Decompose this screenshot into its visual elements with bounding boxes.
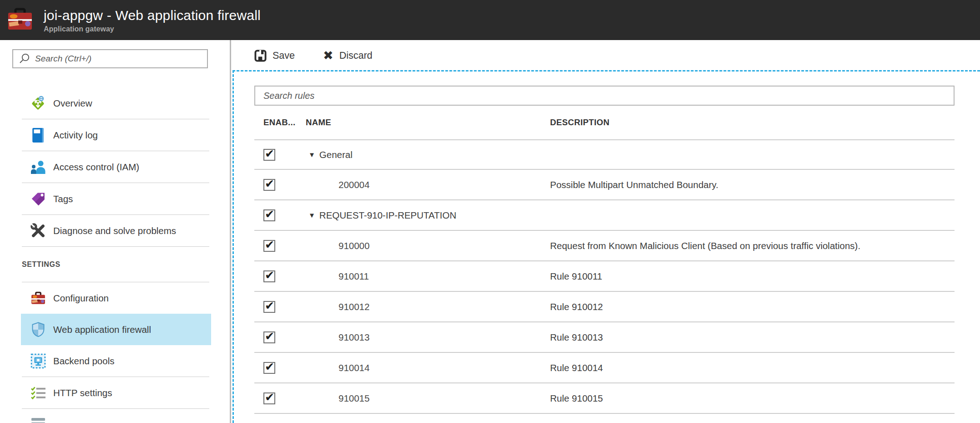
discard-x-icon: ✖	[323, 50, 333, 62]
sidebar-item-http-settings[interactable]: HTTP settings	[0, 377, 230, 408]
application-gateway-icon	[7, 8, 33, 32]
rule-description: Rule 910014	[550, 362, 955, 373]
discard-button[interactable]: ✖ Discard	[323, 50, 373, 62]
table-row: 910013 Rule 910013	[254, 322, 955, 353]
collapse-triangle-icon[interactable]	[308, 151, 315, 158]
rule-description: Rule 910012	[550, 301, 955, 312]
rule-name: 910015	[306, 393, 369, 404]
sidebar-search-input[interactable]	[30, 50, 207, 67]
rule-name-cell: 910015	[306, 393, 550, 404]
rule-name-cell: 910014	[306, 362, 550, 373]
table-row: 200004 Possible Multipart Unmatched Boun…	[254, 170, 955, 200]
rules-search-input[interactable]	[254, 86, 955, 106]
table-row: 910011 Rule 910011	[254, 261, 955, 292]
azure-portal-screen: joi-appgw - Web application firewall App…	[0, 0, 980, 423]
access-control-icon	[30, 159, 46, 175]
rule-description: Rule 910015	[550, 393, 955, 404]
waf-rules-pane: Save ✖ Discard ENAB... NAME DESCRIPTION …	[232, 40, 980, 423]
rule-enable-cell	[254, 392, 306, 404]
page-title: joi-appgw - Web application firewall	[44, 7, 261, 24]
rule-enabled-checkbox[interactable]	[263, 301, 275, 313]
sidebar-item-label: Activity log	[53, 130, 98, 141]
sidebar-item-diagnose[interactable]: Diagnose and solve problems	[0, 215, 230, 246]
rule-description: Request from Known Malicious Client (Bas…	[550, 240, 955, 251]
rule-enabled-checkbox[interactable]	[263, 209, 275, 221]
rule-name-cell: 910011	[306, 271, 550, 282]
save-button-label: Save	[273, 50, 295, 61]
rule-name: 910014	[306, 362, 369, 373]
rules-table-body: General 200004 Possible Multipart Unmatc…	[254, 139, 955, 414]
rule-name: REQUEST-910-IP-REPUTATION	[319, 210, 456, 221]
sidebar-item-tags[interactable]: Tags	[0, 183, 230, 214]
rules-table-header: ENAB... NAME DESCRIPTION	[254, 106, 955, 139]
column-header-description: DESCRIPTION	[550, 117, 955, 127]
rule-enable-cell	[254, 301, 306, 313]
rule-name: 910013	[306, 332, 369, 343]
rule-description: Possible Multipart Unmatched Boundary.	[550, 179, 955, 190]
rule-enabled-checkbox[interactable]	[263, 270, 275, 282]
rule-name: 200004	[306, 179, 369, 190]
sidebar-search-box[interactable]	[12, 49, 208, 68]
column-header-name: NAME	[306, 117, 550, 127]
rules-content-pane: ENAB... NAME DESCRIPTION General 200004 …	[232, 70, 980, 423]
rule-enable-cell	[254, 149, 306, 161]
search-icon	[19, 53, 30, 65]
rule-name: 910012	[306, 301, 369, 312]
sidebar-item-label: Web application firewall	[53, 324, 151, 335]
rule-name: General	[319, 149, 353, 160]
rule-name-cell: 910012	[306, 301, 550, 312]
sidebar-divider	[22, 408, 209, 409]
blade-header: joi-appgw - Web application firewall App…	[0, 0, 980, 40]
diagnose-tools-icon	[30, 223, 46, 239]
table-row: 910014 Rule 910014	[254, 353, 955, 383]
rule-description: Rule 910013	[550, 332, 955, 343]
sidebar-item-label: Configuration	[53, 293, 109, 304]
rule-enable-cell	[254, 209, 306, 221]
backend-pools-icon	[30, 353, 46, 369]
rule-enabled-checkbox[interactable]	[263, 149, 275, 161]
save-button[interactable]: Save	[254, 50, 295, 62]
blade-title-block: joi-appgw - Web application firewall App…	[44, 7, 261, 33]
rule-enable-cell	[254, 240, 306, 252]
shield-icon	[30, 322, 46, 337]
save-disk-icon	[254, 50, 267, 62]
rule-name: 910011	[306, 271, 369, 282]
sidebar-item-overview[interactable]: Overview	[0, 87, 230, 119]
activity-log-icon	[30, 127, 46, 143]
discard-button-label: Discard	[339, 50, 373, 61]
rule-enabled-checkbox[interactable]	[263, 331, 275, 343]
tags-icon	[30, 191, 46, 207]
rule-enabled-checkbox[interactable]	[263, 392, 275, 404]
rule-name-cell: 910000	[306, 240, 550, 251]
sidebar-item-label: Backend pools	[53, 356, 114, 367]
page-subtitle: Application gateway	[44, 25, 261, 33]
rule-name-cell: 910013	[306, 332, 550, 343]
rule-enabled-checkbox[interactable]	[263, 179, 275, 191]
sidebar-item-label: Access control (IAM)	[53, 162, 139, 173]
sidebar-item-activity-log[interactable]: Activity log	[0, 119, 230, 151]
rule-enable-cell	[254, 331, 306, 343]
table-row: REQUEST-910-IP-REPUTATION	[254, 200, 955, 231]
rule-name-cell: 200004	[306, 179, 550, 190]
table-row: 910012 Rule 910012	[254, 292, 955, 322]
rule-enabled-checkbox[interactable]	[263, 362, 275, 374]
rule-name: 910000	[306, 240, 369, 251]
column-header-enabled: ENAB...	[254, 117, 306, 127]
collapse-triangle-icon[interactable]	[308, 211, 315, 219]
sidebar-item-label: Tags	[53, 194, 73, 204]
table-row: General	[254, 139, 955, 170]
checklist-icon	[30, 385, 46, 401]
sidebar-item-label: HTTP settings	[53, 387, 112, 398]
listeners-icon-partial	[30, 418, 46, 423]
rule-enable-cell	[254, 179, 306, 191]
table-row: 910000 Request from Known Malicious Clie…	[254, 231, 955, 261]
sidebar-item-web-application-firewall[interactable]: Web application firewall	[0, 314, 230, 345]
rule-enabled-checkbox[interactable]	[263, 240, 275, 252]
sidebar-item-backend-pools[interactable]: Backend pools	[0, 345, 230, 377]
rule-description: Rule 910011	[550, 271, 955, 282]
rule-name-cell: REQUEST-910-IP-REPUTATION	[306, 210, 550, 221]
sidebar-item-access-control[interactable]: Access control (IAM)	[0, 151, 230, 183]
sidebar-item-label: Overview	[53, 98, 92, 109]
sidebar-item-configuration[interactable]: Configuration	[0, 282, 230, 314]
rule-enable-cell	[254, 362, 306, 374]
